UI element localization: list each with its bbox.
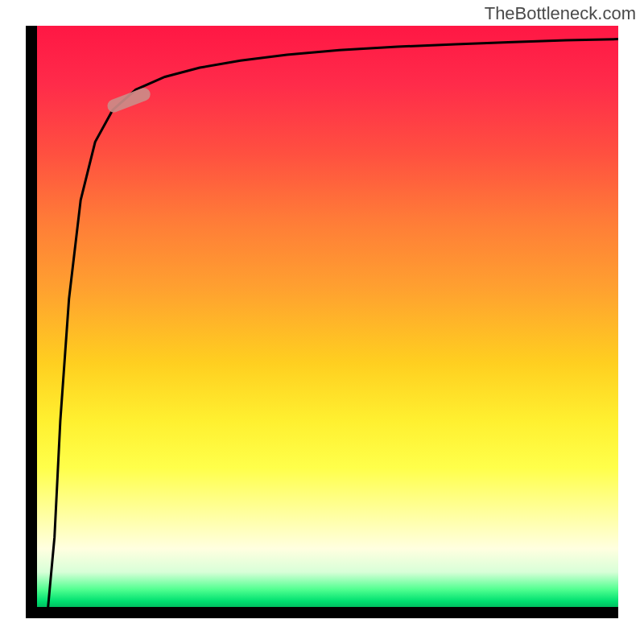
watermark-text: TheBottleneck.com xyxy=(485,3,636,24)
curve-marker-pill xyxy=(105,86,152,114)
plot-frame xyxy=(26,26,618,618)
bottleneck-curve xyxy=(48,39,618,607)
curve-layer xyxy=(26,26,618,618)
svg-rect-0 xyxy=(105,86,152,114)
